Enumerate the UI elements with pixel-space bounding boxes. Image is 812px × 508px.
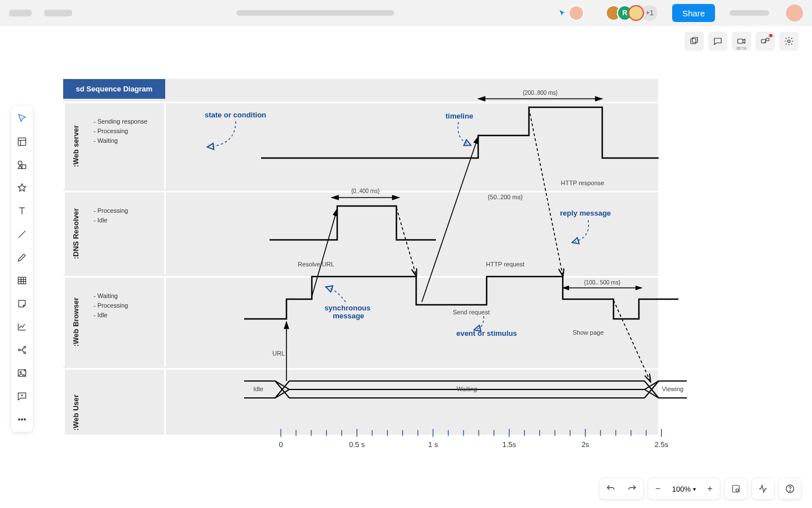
lane-label: :DNS Resolver [63,192,87,274]
lane-label: :Web User [63,370,87,456]
chart-tool-icon[interactable] [15,320,29,334]
svg-rect-0 [691,39,696,44]
live-cursor-icon [558,9,566,17]
label-range-ws: {200..800 ms} [523,90,558,96]
star-tool-icon[interactable] [15,181,29,195]
arrow-http-req[interactable] [422,137,478,302]
zoom-level[interactable]: 100%▾ [668,485,700,493]
svg-text:1 s: 1 s [428,440,438,449]
present-icon[interactable] [756,32,775,51]
comment-tool-icon[interactable] [15,389,29,403]
help-button[interactable] [779,479,801,499]
svg-text:0.5 s: 0.5 s [349,440,365,449]
anno-state: state or condition [205,111,266,119]
profile-avatar[interactable] [786,5,803,21]
anno-sync: synchronous message [324,304,372,320]
title-placeholder[interactable] [44,10,72,16]
mindmap-tool-icon[interactable] [15,343,29,357]
svg-text:2.5s: 2.5s [655,440,669,449]
lane-label: :Web server [63,103,87,189]
avatar-overflow[interactable]: +1 [642,5,657,21]
arrow-http-resp[interactable] [529,108,563,275]
label-range-http: {50..200 ms} [488,194,523,200]
svg-text:0: 0 [279,440,283,449]
map-button[interactable] [725,479,747,499]
lane-notes: - Sending response - Processing - Waitin… [89,103,166,189]
svg-point-17 [18,349,20,351]
label-http-request: HTTP request [486,261,524,268]
label-viewing: Viewing [662,386,683,392]
share-button[interactable]: Share [672,4,715,22]
label-resolve-url: Resolve URL [298,261,334,268]
image-tool-icon[interactable] [15,366,29,380]
arrow-resolve[interactable] [312,209,337,296]
pen-tool-icon[interactable] [15,251,29,264]
trace-dns[interactable] [270,206,436,240]
svg-line-11 [19,231,25,238]
svg-point-67 [736,489,739,492]
comments-icon[interactable] [708,32,727,51]
settings-icon[interactable] [779,32,798,51]
svg-rect-6 [18,138,25,145]
template-tool-icon[interactable] [15,135,29,148]
line-tool-icon[interactable] [15,227,29,241]
label-send-request: Send request [453,309,489,316]
lane-notes [89,370,166,456]
text-tool-icon[interactable] [15,204,29,218]
zoom-out-button[interactable]: − [648,479,668,499]
label-waiting: Waiting [457,386,477,392]
shapes-tool-icon[interactable] [15,158,29,172]
undo-button[interactable] [600,479,621,499]
video-icon[interactable]: BETA [732,32,751,51]
anno-reply: reply message [560,209,611,217]
svg-rect-10 [22,165,26,169]
redo-button[interactable] [621,479,643,499]
avatar-user-1[interactable] [568,5,584,21]
diagram-canvas[interactable]: sd Sequence Diagram :Web server - Sendin… [63,79,658,435]
more-tools-icon[interactable] [15,413,29,426]
svg-text:1.5s: 1.5s [502,440,517,449]
svg-rect-12 [18,277,25,284]
svg-rect-2 [738,39,743,43]
label-http-response: HTTP response [561,179,604,186]
lane-notes: - Processing - Idle [89,192,166,274]
right-toolbar: BETA [685,32,798,51]
svg-point-18 [24,346,25,348]
label-show-page: Show page [572,329,603,336]
bottom-bar: − 100%▾ + [600,479,801,499]
left-toolbar [11,106,33,432]
arrow-dns-reply[interactable] [396,208,416,275]
svg-point-21 [20,371,21,373]
frames-icon[interactable] [685,32,704,51]
collaborator-avatars: R +1 [606,5,657,21]
diagram-svg: {200..800 ms} {0..400 ms} Resolve URL HT… [168,102,658,433]
lane-label: :Web Browser [63,278,87,366]
sticky-tool-icon[interactable] [15,297,29,310]
svg-point-19 [24,352,25,353]
activity-button[interactable] [752,479,774,499]
search-placeholder[interactable] [236,10,394,16]
svg-point-23 [21,419,23,421]
svg-text:2s: 2s [581,440,589,449]
avatar-user-4[interactable] [628,5,644,21]
top-bar: R +1 Share [0,0,812,26]
label-range-dns: {0..400 ms} [351,188,380,194]
zoom-in-button[interactable]: + [700,479,720,499]
menu-placeholder[interactable] [9,10,32,16]
svg-point-5 [788,40,791,43]
svg-rect-1 [692,37,698,42]
svg-rect-4 [766,38,769,41]
arrow-show-page[interactable] [614,300,650,381]
anno-timeline: timeline [445,112,473,120]
svg-point-9 [18,161,22,165]
export-placeholder[interactable] [730,10,769,16]
lane-notes: - Waiting - Processing - Idle [89,278,166,366]
svg-point-22 [19,419,20,421]
diagram-title[interactable]: sd Sequence Diagram [63,79,165,99]
anno-event: event or stimulus [456,329,517,338]
svg-point-24 [24,419,26,421]
svg-point-69 [789,491,790,491]
select-tool-icon[interactable] [15,112,29,125]
label-idle: Idle [253,386,263,392]
table-tool-icon[interactable] [15,274,29,287]
